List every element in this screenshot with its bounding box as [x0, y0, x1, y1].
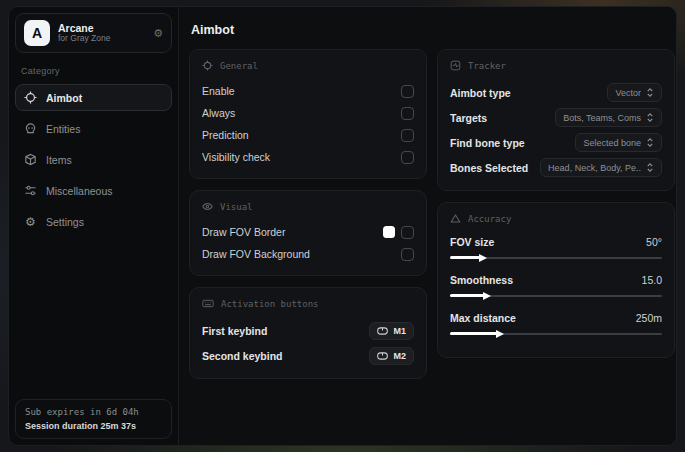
sidebar-item-miscellaneous[interactable]: Miscellaneous: [15, 177, 172, 204]
setting-row-bones-selected: Bones Selected Head, Neck, Body, Pe..: [450, 155, 662, 180]
aimbot-type-select[interactable]: Vector: [607, 83, 662, 102]
section-title: Tracker: [468, 61, 506, 71]
setting-row-draw-fov-border: Draw FOV Border: [202, 221, 414, 243]
setting-row-visibility-check: Visibility check: [202, 146, 414, 168]
fov-size-slider[interactable]: [450, 253, 662, 262]
slider-thumb[interactable]: [479, 254, 487, 262]
setting-row-aimbot-type: Aimbot type Vector: [450, 80, 662, 105]
first-keybind-button[interactable]: M1: [369, 322, 414, 340]
fov-border-color-swatch[interactable]: [383, 226, 395, 238]
prediction-checkbox[interactable]: [401, 129, 414, 142]
slider-thumb[interactable]: [496, 330, 504, 338]
page-title: Aimbot: [191, 23, 675, 37]
gear-icon: ⚙: [24, 215, 37, 228]
sidebar-item-label: Aimbot: [46, 92, 82, 104]
session-duration-text: Session duration 25m 37s: [25, 421, 162, 431]
sidebar-item-items[interactable]: Items: [15, 146, 172, 173]
sidebar-item-label: Miscellaneous: [46, 185, 113, 197]
section-title: General: [220, 61, 258, 71]
tracker-icon: [450, 60, 461, 71]
mouse-icon: [377, 327, 388, 335]
setting-row-draw-fov-background: Draw FOV Background: [202, 243, 414, 265]
brand-text: Arcane for Gray Zone: [58, 22, 145, 44]
skull-icon: [24, 122, 37, 135]
general-card: General Enable Always Prediction: [189, 49, 427, 179]
visual-card: Visual Draw FOV Border Draw FOV Backgrou…: [189, 190, 427, 276]
sidebar-item-aimbot[interactable]: Aimbot: [15, 84, 172, 111]
app-logo: A: [24, 20, 50, 46]
chevron-up-down-icon: [646, 113, 654, 122]
fov-size-value: 50°: [646, 236, 662, 248]
keyboard-icon: [202, 298, 214, 309]
sidebar-item-label: Entities: [46, 123, 80, 135]
setting-row-always: Always: [202, 102, 414, 124]
accuracy-card: Accuracy FOV size 50°: [437, 202, 675, 358]
enable-checkbox[interactable]: [401, 85, 414, 98]
right-column: Tracker Aimbot type Vector Targets: [437, 49, 675, 379]
category-label: Category: [21, 66, 166, 76]
activation-buttons-card: Activation buttons First keybind M1 Seco…: [189, 287, 427, 379]
chevron-up-down-icon: [646, 88, 654, 97]
accuracy-icon: [450, 213, 461, 224]
sidebar-item-settings[interactable]: ⚙ Settings: [15, 208, 172, 235]
left-column: General Enable Always Prediction: [189, 49, 427, 379]
second-keybind-button[interactable]: M2: [369, 347, 414, 365]
visibility-check-checkbox[interactable]: [401, 151, 414, 164]
section-title: Visual: [220, 202, 253, 212]
tracker-card: Tracker Aimbot type Vector Targets: [437, 49, 675, 191]
app-subtitle: for Gray Zone: [58, 34, 145, 44]
bones-selected-select[interactable]: Head, Neck, Body, Pe..: [540, 158, 662, 177]
always-checkbox[interactable]: [401, 107, 414, 120]
chevron-up-down-icon: [646, 138, 654, 147]
gear-icon[interactable]: ⚙: [153, 27, 163, 40]
section-title: Accuracy: [468, 214, 511, 224]
slider-thumb[interactable]: [483, 292, 491, 300]
sidebar-nav: Aimbot Entities Items: [15, 84, 172, 235]
smoothness-slider[interactable]: [450, 291, 662, 300]
sliders-icon: [24, 184, 37, 197]
draw-fov-border-checkbox[interactable]: [401, 226, 414, 239]
eye-icon: [202, 201, 213, 212]
smoothness-setting: Smoothness 15.0: [450, 271, 662, 300]
crosshair-icon: [202, 60, 213, 71]
mouse-icon: [377, 352, 388, 360]
max-distance-slider[interactable]: [450, 329, 662, 338]
section-title: Activation buttons: [221, 299, 319, 309]
setting-row-second-keybind: Second keybind M2: [202, 343, 414, 368]
targets-select[interactable]: Bots, Teams, Coms: [555, 108, 662, 127]
sub-expires-text: Sub expires in 6d 04h: [25, 407, 162, 417]
sidebar-item-entities[interactable]: Entities: [15, 115, 172, 142]
setting-row-find-bone-type: Find bone type Selected bone: [450, 130, 662, 155]
smoothness-value: 15.0: [642, 274, 662, 286]
sidebar: A Arcane for Gray Zone ⚙ Category Aimbot: [9, 7, 179, 445]
main-panel: Aimbot General Enable Alw: [179, 7, 677, 445]
cube-icon: [24, 153, 37, 166]
setting-row-enable: Enable: [202, 80, 414, 102]
max-distance-setting: Max distance 250m: [450, 309, 662, 338]
setting-row-first-keybind: First keybind M1: [202, 318, 414, 343]
fov-size-setting: FOV size 50°: [450, 233, 662, 262]
setting-row-prediction: Prediction: [202, 124, 414, 146]
crosshair-icon: [24, 91, 37, 104]
max-distance-value: 250m: [636, 312, 662, 324]
find-bone-type-select[interactable]: Selected bone: [575, 133, 662, 152]
brand-card[interactable]: A Arcane for Gray Zone ⚙: [15, 13, 172, 53]
app-window: A Arcane for Gray Zone ⚙ Category Aimbot: [8, 6, 677, 446]
setting-row-targets: Targets Bots, Teams, Coms: [450, 105, 662, 130]
draw-fov-background-checkbox[interactable]: [401, 248, 414, 261]
chevron-up-down-icon: [646, 163, 654, 172]
sidebar-item-label: Settings: [46, 216, 84, 228]
subscription-status: Sub expires in 6d 04h Session duration 2…: [15, 399, 172, 439]
sidebar-item-label: Items: [46, 154, 72, 166]
